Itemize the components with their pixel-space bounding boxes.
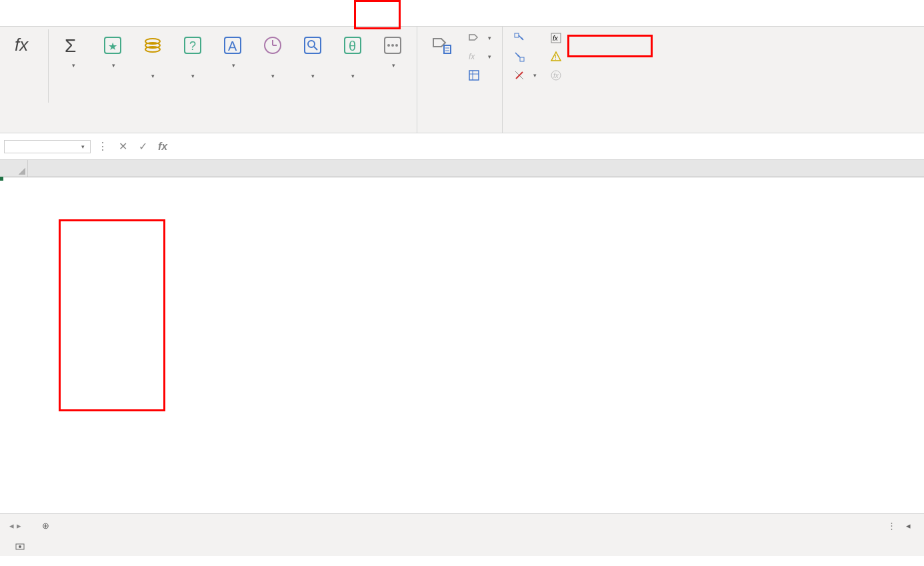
insert-function-button[interactable]: fx bbox=[5, 29, 43, 64]
group-formula-auditing: ▾ fx ! fx bbox=[503, 27, 577, 133]
more-functions-button[interactable]: ▾ bbox=[374, 29, 411, 75]
select-all-button[interactable] bbox=[0, 160, 28, 177]
svg-text:Σ: Σ bbox=[65, 35, 76, 56]
trace-precedents-button[interactable] bbox=[508, 29, 542, 47]
text-a-icon: A bbox=[221, 33, 245, 57]
selection-overlay bbox=[0, 177, 3, 180]
svg-text:fx: fx bbox=[553, 72, 559, 79]
svg-text:θ: θ bbox=[349, 39, 356, 53]
svg-rect-32 bbox=[520, 57, 524, 61]
ribbon-tabs bbox=[0, 0, 924, 27]
create-from-selection-button[interactable] bbox=[463, 67, 497, 84]
trace-prec-icon bbox=[513, 32, 525, 44]
macro-record-icon[interactable] bbox=[15, 541, 25, 552]
math-button[interactable]: θ ▾ bbox=[334, 29, 371, 85]
use-in-formula-button: fx ▾ bbox=[463, 48, 497, 65]
theta-icon: θ bbox=[341, 33, 365, 57]
define-name-button[interactable]: ▾ bbox=[463, 29, 497, 47]
svg-text:fx: fx bbox=[469, 52, 475, 61]
grid-icon bbox=[468, 69, 480, 81]
trace-dependents-button[interactable] bbox=[508, 48, 542, 65]
search-icon bbox=[301, 33, 325, 57]
svg-point-42 bbox=[19, 545, 21, 548]
add-sheet-button[interactable]: ⊕ bbox=[36, 517, 55, 535]
svg-point-21 bbox=[391, 44, 394, 47]
group-label-audit bbox=[508, 129, 571, 131]
svg-rect-14 bbox=[305, 37, 321, 53]
coins-icon bbox=[141, 33, 165, 57]
tag-icon bbox=[468, 32, 480, 44]
name-box-expand-icon[interactable]: ⋮ bbox=[95, 140, 111, 153]
trace-dep-icon bbox=[513, 51, 525, 63]
cancel-icon[interactable]: ✕ bbox=[115, 140, 131, 153]
clock-icon bbox=[261, 33, 285, 57]
group-function-library: fx Σ ▾ ★ ▾ ▾ ? ▾ A ▾ bbox=[0, 27, 417, 133]
financial-button[interactable]: ▾ bbox=[134, 29, 171, 85]
sheet-tabs-bar: ◂▸ ⊕ ⋮ ◂ bbox=[0, 513, 924, 537]
question-icon: ? bbox=[181, 33, 205, 57]
chevron-down-icon: ▾ bbox=[81, 143, 85, 150]
remove-arrows-icon bbox=[513, 69, 525, 81]
group-label-names bbox=[423, 129, 497, 131]
group-defined-names: ▾ fx ▾ bbox=[417, 27, 503, 133]
svg-line-16 bbox=[314, 47, 317, 50]
scroll-left-button[interactable]: ◂ bbox=[901, 521, 915, 531]
svg-rect-23 bbox=[444, 45, 451, 53]
ribbon: fx Σ ▾ ★ ▾ ▾ ? ▾ A ▾ bbox=[0, 27, 924, 133]
datetime-button[interactable]: ▾ bbox=[254, 29, 291, 85]
more-icon bbox=[381, 33, 405, 57]
svg-text:★: ★ bbox=[108, 41, 117, 52]
error-checking-button[interactable]: ! bbox=[545, 48, 571, 65]
sheet-nav[interactable]: ◂▸ bbox=[3, 521, 28, 531]
formula-bar: ▾ ⋮ ✕ ✓ fx bbox=[0, 133, 924, 160]
svg-text:A: A bbox=[228, 39, 237, 53]
show-formulas-button[interactable]: fx bbox=[545, 29, 571, 47]
svg-text:?: ? bbox=[189, 39, 196, 53]
sigma-icon: Σ bbox=[61, 33, 85, 57]
fx-small-icon: fx bbox=[468, 51, 480, 63]
group-label-library bbox=[5, 129, 411, 131]
recently-used-button[interactable]: ★ ▾ bbox=[94, 29, 131, 75]
formula-input[interactable] bbox=[175, 144, 920, 149]
logical-button[interactable]: ? ▾ bbox=[174, 29, 211, 85]
star-icon: ★ bbox=[101, 33, 125, 57]
svg-text:fx: fx bbox=[553, 35, 559, 42]
text-button[interactable]: A ▾ bbox=[214, 29, 251, 75]
svg-text:!: ! bbox=[555, 54, 557, 61]
eval-icon: fx bbox=[550, 69, 562, 81]
show-fx-icon: fx bbox=[550, 32, 562, 44]
svg-rect-30 bbox=[515, 33, 519, 37]
svg-rect-27 bbox=[469, 71, 479, 80]
remove-arrows-button[interactable]: ▾ bbox=[508, 67, 542, 84]
svg-text:fx: fx bbox=[15, 35, 29, 55]
fx-icon[interactable]: fx bbox=[155, 141, 171, 153]
svg-point-20 bbox=[387, 44, 390, 47]
name-manager-button[interactable] bbox=[423, 29, 460, 64]
tag-list-icon bbox=[429, 33, 453, 57]
column-headers bbox=[0, 160, 924, 177]
name-box[interactable]: ▾ bbox=[4, 140, 91, 153]
svg-point-15 bbox=[308, 41, 315, 47]
lookup-button[interactable]: ▾ bbox=[294, 29, 331, 85]
enter-icon[interactable]: ✓ bbox=[135, 140, 151, 153]
status-bar bbox=[0, 537, 924, 556]
warning-icon: ! bbox=[550, 51, 562, 63]
fx-icon: fx bbox=[12, 33, 36, 57]
svg-point-22 bbox=[395, 44, 398, 47]
spreadsheet-grid bbox=[0, 160, 924, 513]
autosum-button[interactable]: Σ ▾ bbox=[54, 29, 91, 75]
evaluate-formula-button: fx bbox=[545, 67, 571, 84]
